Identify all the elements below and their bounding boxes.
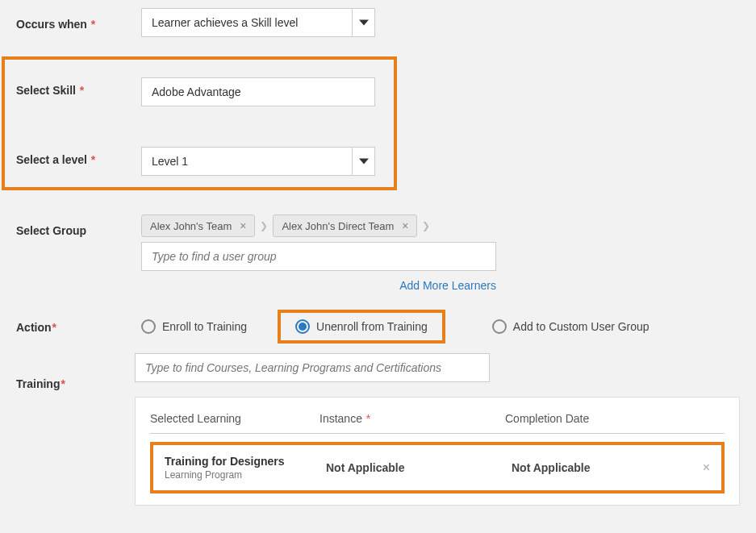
group-chip-label: Alex John's Direct Team bbox=[282, 220, 394, 232]
group-chip[interactable]: Alex John's Team × bbox=[141, 214, 255, 237]
training-completion: Not Applicable bbox=[512, 461, 673, 474]
radio-icon-selected bbox=[295, 319, 310, 334]
th-learning: Selected Learning bbox=[150, 412, 320, 425]
radio-icon bbox=[492, 319, 507, 334]
radio-unenroll-highlight: Unenroll from Training bbox=[278, 310, 445, 344]
chevron-right-icon: ❯ bbox=[260, 220, 268, 231]
radio-label: Enroll to Training bbox=[162, 320, 247, 333]
occurs-when-label: Occurs when * bbox=[16, 8, 141, 31]
radio-enroll[interactable]: Enroll to Training bbox=[141, 319, 247, 334]
level-dropdown[interactable]: Level 1 bbox=[141, 147, 375, 176]
table-row: Training for Designers Learning Program … bbox=[150, 442, 725, 493]
occurs-when-value: Learner achieves a Skill level bbox=[142, 10, 352, 35]
th-completion: Completion Date bbox=[505, 412, 725, 425]
close-icon[interactable]: × bbox=[402, 219, 408, 232]
occurs-when-dropdown[interactable]: Learner achieves a Skill level bbox=[141, 8, 375, 37]
training-table: Selected Learning Instance * Completion … bbox=[135, 397, 740, 506]
table-header: Selected Learning Instance * Completion … bbox=[150, 409, 725, 434]
training-subtitle: Learning Program bbox=[165, 469, 326, 481]
th-instance: Instance * bbox=[320, 412, 505, 425]
group-search-input[interactable] bbox=[141, 242, 496, 271]
close-icon[interactable]: × bbox=[240, 219, 246, 232]
training-title: Training for Designers bbox=[165, 455, 326, 468]
skill-level-highlight: Select Skill * Select a level * Level 1 bbox=[2, 56, 397, 190]
radio-icon bbox=[141, 319, 156, 334]
add-more-learners-link[interactable]: Add More Learners bbox=[141, 279, 496, 292]
remove-training-button[interactable]: × bbox=[673, 460, 710, 475]
radio-add-group[interactable]: Add to Custom User Group bbox=[492, 319, 649, 334]
skill-input[interactable] bbox=[141, 77, 375, 106]
chevron-down-icon bbox=[352, 148, 374, 175]
chevron-down-icon bbox=[352, 9, 374, 36]
radio-label: Add to Custom User Group bbox=[513, 320, 649, 333]
group-breadcrumb: Alex John's Team × ❯ Alex John's Direct … bbox=[141, 214, 740, 237]
action-label: Action* bbox=[16, 311, 141, 334]
select-skill-label: Select Skill * bbox=[16, 77, 141, 97]
radio-unenroll[interactable]: Unenroll from Training bbox=[295, 319, 428, 334]
radio-label: Unenroll from Training bbox=[316, 320, 428, 333]
level-value: Level 1 bbox=[142, 148, 352, 174]
select-group-label: Select Group bbox=[16, 214, 141, 237]
training-label: Training* bbox=[16, 353, 135, 390]
group-chip-label: Alex John's Team bbox=[150, 220, 232, 232]
chevron-right-icon: ❯ bbox=[422, 220, 430, 231]
training-instance: Not Applicable bbox=[326, 461, 512, 474]
group-chip[interactable]: Alex John's Direct Team × bbox=[273, 214, 417, 237]
training-search-input[interactable] bbox=[135, 353, 490, 382]
select-level-label: Select a level * bbox=[16, 147, 141, 166]
